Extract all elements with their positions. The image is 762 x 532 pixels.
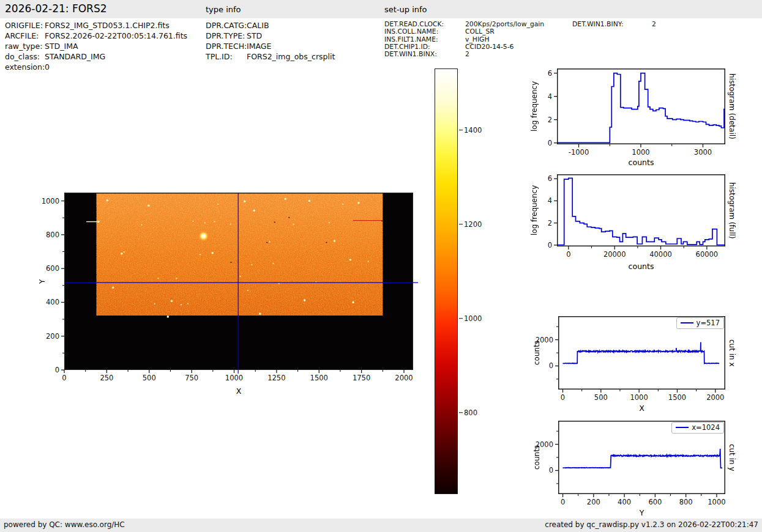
type-info-title: type info bbox=[206, 5, 241, 14]
field-value: FORS2_IMG_STD053.1.CHIP2.fits bbox=[45, 20, 170, 31]
y-tick-label: 200 bbox=[46, 332, 59, 341]
y-tick-label: 0 bbox=[549, 361, 553, 370]
field-label: DPR.TECH: bbox=[206, 41, 247, 51]
colorbar-tick-mark bbox=[459, 130, 463, 131]
footer-left-text: powered by QC: www.eso.org/HC bbox=[4, 520, 125, 529]
x-tick-label: 1000 bbox=[630, 393, 648, 402]
footer-right-text: created by qc_rawdisp.py v1.2.3 on 2026-… bbox=[545, 520, 758, 529]
y-tick-label: 6 bbox=[548, 69, 552, 78]
hist_full-canvas: 02000040000600000246 bbox=[557, 174, 725, 246]
histogram-full-plot: 02000040000600000246 bbox=[557, 174, 725, 246]
x-tick-label: 20000 bbox=[603, 250, 626, 259]
file-info-row: do_class: STANDARD_IMG bbox=[5, 51, 187, 62]
field-label: extension: bbox=[5, 62, 45, 72]
colorbar-tick-label: 1000 bbox=[464, 314, 482, 323]
file-info-block: ORIGFILE: FORS2_IMG_STD053.1.CHIP2.fits … bbox=[5, 20, 187, 72]
field-label: raw_type: bbox=[5, 41, 45, 51]
cut-y-right-label: cut in y bbox=[728, 421, 736, 494]
field-value: 2 bbox=[652, 21, 656, 28]
hist-full-right-label: histogram (full) bbox=[728, 174, 736, 246]
x-tick-label: 0 bbox=[561, 393, 565, 402]
type-info-row: TPL.ID: FORS2_img_obs_crsplit bbox=[206, 51, 335, 62]
y-tick-label: 600 bbox=[46, 264, 59, 273]
legend-label: y=517 bbox=[697, 319, 720, 327]
x-tick-label: 40000 bbox=[649, 250, 672, 259]
field-label: DPR.CATG: bbox=[206, 20, 247, 31]
file-info-row: extension: 0 bbox=[5, 62, 187, 72]
y-tick-label: 4 bbox=[548, 92, 552, 101]
x-tick-label: 1000 bbox=[632, 148, 649, 157]
x-tick-label: 1500 bbox=[310, 374, 328, 382]
colorbar-tick-label: 1400 bbox=[464, 126, 482, 135]
y-tick-label: 2000 bbox=[536, 336, 553, 344]
setup-info-row: DET.WIN1.BINY: 2 bbox=[572, 21, 656, 28]
colorbar-ticks: 140012001000800 bbox=[435, 68, 458, 494]
x-tick-label: 1750 bbox=[353, 374, 370, 382]
field-label: DET.WIN1.BINY: bbox=[572, 21, 652, 28]
cut-y-legend: x=1024 bbox=[671, 422, 724, 434]
field-label: TPL.ID: bbox=[206, 51, 247, 62]
cut-x-xlabel: X bbox=[558, 404, 725, 413]
x-tick-label: 2000 bbox=[706, 393, 724, 402]
x-tick-label: 1250 bbox=[267, 374, 285, 382]
colorbar: 140012001000800 bbox=[435, 68, 458, 494]
setup-info-block-right: DET.WIN1.BINY: 2 bbox=[572, 21, 656, 28]
cut-y-ylabel: counts bbox=[532, 421, 541, 494]
colorbar-tick-mark bbox=[459, 224, 463, 225]
field-value: COLL_SR bbox=[465, 28, 495, 35]
field-label: do_class: bbox=[5, 51, 45, 62]
x-tick-label: 0 bbox=[566, 250, 570, 259]
hist-detail-xlabel: counts bbox=[557, 158, 725, 167]
file-info-row: ORIGFILE: FORS2_IMG_STD053.1.CHIP2.fits bbox=[5, 20, 187, 31]
file-info-row: raw_type: STD_IMA bbox=[5, 41, 187, 51]
x-tick-label: -1000 bbox=[569, 148, 589, 157]
y-tick-label: 4 bbox=[548, 196, 552, 205]
main-plot-xlabel: X bbox=[64, 386, 413, 396]
y-tick-label: 0 bbox=[548, 241, 552, 249]
x-tick-label: 3000 bbox=[694, 148, 712, 157]
cut-x-right-label: cut in x bbox=[728, 316, 736, 390]
cut-x-legend: y=517 bbox=[676, 317, 724, 329]
y-tick-label: 6 bbox=[548, 174, 552, 183]
cut-in-x-plot: y=517 050010001500200002000 bbox=[558, 316, 725, 390]
hist-full-ylabel: log frequency bbox=[530, 174, 539, 246]
field-label: INS.COLL.NAME: bbox=[384, 28, 465, 35]
field-value: CCID20-14-5-6 bbox=[465, 43, 514, 51]
x-tick-label: 60000 bbox=[696, 250, 719, 259]
x-tick-label: 750 bbox=[185, 374, 198, 382]
main-image-plot: 0250500750100012501500175020000200400600… bbox=[64, 193, 413, 370]
setup-info-block: DET.READ.CLOCK: 200Kps/2ports/low_gain I… bbox=[384, 21, 544, 58]
histogram-detail-plot: -1000100030000246 bbox=[557, 68, 725, 144]
x-tick-label: 2000 bbox=[395, 374, 413, 382]
cut-in-y-plot: x=1024 0200400600800100002000 bbox=[558, 421, 725, 494]
type-info-row: DPR.CATG: CALIB bbox=[206, 20, 335, 31]
field-value: 2 bbox=[465, 51, 469, 58]
x-tick-label: 0 bbox=[561, 498, 565, 506]
y-tick-label: 0 bbox=[549, 466, 553, 475]
setup-info-row: INS.COLL.NAME: COLL_SR bbox=[384, 28, 544, 35]
main-canvas: 0250500750100012501500175020000200400600… bbox=[64, 193, 413, 370]
colorbar-tick-mark bbox=[459, 412, 463, 413]
header-bar bbox=[0, 0, 762, 18]
hist-full-xlabel: counts bbox=[557, 262, 725, 271]
field-value: CALIB bbox=[247, 20, 269, 31]
y-tick-label: 400 bbox=[46, 298, 59, 306]
x-tick-label: 1000 bbox=[708, 498, 725, 506]
legend-label: x=1024 bbox=[692, 423, 720, 432]
legend-line-sample bbox=[676, 427, 689, 428]
x-tick-label: 500 bbox=[594, 393, 608, 402]
field-value: STD_IMA bbox=[45, 41, 78, 51]
hist-detail-right-label: histogram (detail) bbox=[728, 68, 736, 144]
file-info-row: ARCFILE: FORS2.2026-02-22T00:05:14.761.f… bbox=[5, 31, 187, 41]
setup-info-row: DET.WIN1.BINX: 2 bbox=[384, 51, 544, 58]
colorbar-tick-label: 800 bbox=[464, 408, 477, 417]
field-value: STD bbox=[247, 31, 262, 41]
hist_detail-canvas: -1000100030000246 bbox=[557, 68, 725, 144]
y-tick-label: 1000 bbox=[42, 197, 59, 205]
x-tick-label: 0 bbox=[62, 374, 66, 382]
x-tick-label: 250 bbox=[100, 374, 113, 382]
field-value: STANDARD_IMG bbox=[45, 51, 105, 62]
field-label: DET.WIN1.BINX: bbox=[384, 51, 465, 58]
y-tick-label: 0 bbox=[548, 139, 552, 147]
field-value: IMAGE bbox=[247, 41, 271, 51]
